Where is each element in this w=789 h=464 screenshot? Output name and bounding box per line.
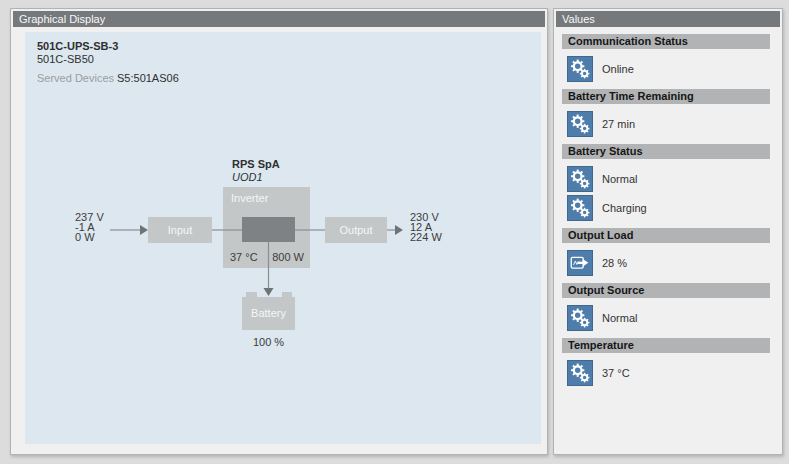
battery-box: Battery: [242, 297, 295, 330]
section-header-output-source: Output Source: [562, 283, 770, 298]
output-box: Output: [325, 217, 387, 243]
values-panel-title: Values: [556, 11, 780, 27]
gears-icon[interactable]: [567, 195, 593, 221]
input-box-label: Input: [168, 224, 192, 236]
ups-unit-caption: RPS SpA UOD1: [232, 158, 280, 184]
output-load-value: 28 %: [602, 257, 627, 269]
served-devices-label: Served Devices: [37, 72, 117, 85]
value-row-output-load: 28 %: [567, 249, 782, 276]
output-source-value: Normal: [602, 312, 637, 324]
section-header-temperature: Temperature: [562, 338, 770, 353]
gears-icon[interactable]: [567, 111, 593, 137]
ups-diagram-canvas: 501C-UPS-SB-3 501C-SB50 Served DevicesS5…: [25, 32, 541, 444]
gears-icon[interactable]: [567, 305, 593, 331]
input-arrowhead-icon: [140, 225, 148, 235]
battery-charge-value: 100 %: [242, 336, 295, 348]
value-row-battery-time-remaining: 27 min: [567, 110, 782, 137]
battery-status-value-1: Normal: [602, 173, 637, 185]
ups-manufacturer: RPS SpA: [232, 158, 280, 171]
device-model: 501C-SB50: [37, 53, 179, 66]
values-list: Communication Status Online Battery Time…: [554, 27, 782, 388]
value-row-battery-status-1: Normal: [567, 165, 782, 192]
battery-terminal-right: [282, 292, 292, 297]
ups-monitoring-window: Graphical Display 501C-UPS-SB-3 501C-SB5…: [0, 0, 789, 464]
temperature-value: 37 °C: [602, 367, 630, 379]
output-box-label: Output: [339, 224, 372, 236]
gears-icon[interactable]: [567, 166, 593, 192]
battery-arrowhead-icon: [264, 288, 274, 296]
battery-terminal-left: [246, 292, 257, 297]
section-header-output-load: Output Load: [562, 228, 770, 243]
output-arrow-icon[interactable]: [567, 250, 593, 276]
value-row-communication-status: Online: [567, 55, 782, 82]
inverter-box-label: Inverter: [231, 192, 268, 204]
value-row-temperature: 37 °C: [567, 359, 782, 386]
output-measurements: 230 V 12 A 224 W: [410, 212, 442, 242]
value-row-output-source: Normal: [567, 304, 782, 331]
graphical-display-panel: Graphical Display 501C-UPS-SB-3 501C-SB5…: [10, 8, 548, 455]
communication-status-value: Online: [602, 63, 634, 75]
output-power: 224 W: [410, 232, 442, 242]
inverter-power: 800 W: [272, 251, 304, 263]
gears-icon[interactable]: [567, 56, 593, 82]
served-devices-value: S5:501AS06: [117, 72, 179, 84]
inverter-temperature: 37 °C: [230, 251, 258, 263]
battery-time-remaining-value: 27 min: [602, 118, 635, 130]
value-row-battery-status-2: Charging: [567, 194, 782, 221]
served-devices-row: Served DevicesS5:501AS06: [37, 72, 179, 85]
input-measurements: 237 V -1 A 0 W: [75, 212, 104, 242]
graphical-display-panel-title: Graphical Display: [13, 11, 545, 27]
battery-status-value-2: Charging: [602, 202, 647, 214]
device-name: 501C-UPS-SB-3: [37, 40, 179, 53]
device-info: 501C-UPS-SB-3 501C-SB50 Served DevicesS5…: [37, 40, 179, 85]
values-panel: Values Communication Status Online Batte…: [553, 8, 783, 455]
input-box: Input: [148, 217, 212, 243]
input-power: 0 W: [75, 232, 104, 242]
section-header-battery-time-remaining: Battery Time Remaining: [562, 89, 770, 104]
output-arrowhead-icon: [395, 225, 403, 235]
gears-icon[interactable]: [567, 360, 593, 386]
inverter-core-block: [242, 217, 295, 242]
section-header-communication-status: Communication Status: [562, 34, 770, 49]
battery-box-label: Battery: [251, 307, 286, 319]
ups-unit-id: UOD1: [232, 171, 280, 184]
inverter-box: Inverter 37 °C 800 W: [223, 187, 310, 268]
section-header-battery-status: Battery Status: [562, 144, 770, 159]
